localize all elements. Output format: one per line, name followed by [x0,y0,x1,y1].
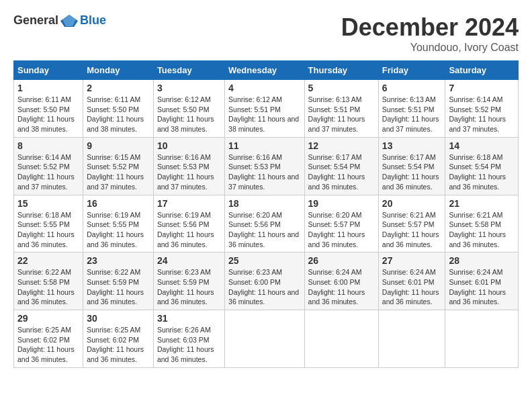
day-number: 10 [157,140,221,151]
day-info: Sunrise: 6:13 AMSunset: 5:51 PMDaylight:… [308,95,365,133]
day-info: Sunrise: 6:19 AMSunset: 5:55 PMDaylight:… [87,211,144,248]
calendar-cell: 31Sunrise: 6:26 AMSunset: 6:03 PMDayligh… [153,310,224,368]
calendar-cell: 14Sunrise: 6:18 AMSunset: 5:54 PMDayligh… [445,137,519,195]
day-number: 7 [449,83,515,93]
day-info: Sunrise: 6:17 AMSunset: 5:54 PMDaylight:… [382,153,439,191]
calendar-header-row: SundayMondayTuesdayWednesdayThursdayFrid… [14,61,519,80]
day-info: Sunrise: 6:18 AMSunset: 5:54 PMDaylight:… [449,153,506,191]
day-number: 29 [17,313,79,324]
day-info: Sunrise: 6:17 AMSunset: 5:54 PMDaylight:… [308,153,365,191]
day-info: Sunrise: 6:11 AMSunset: 5:50 PMDaylight:… [17,95,75,133]
day-number: 19 [308,198,375,209]
day-info: Sunrise: 6:12 AMSunset: 5:51 PMDaylight:… [228,95,299,133]
calendar-cell: 17Sunrise: 6:19 AMSunset: 5:56 PMDayligh… [153,195,224,253]
day-number: 24 [157,255,221,266]
day-info: Sunrise: 6:14 AMSunset: 5:52 PMDaylight:… [17,153,75,191]
calendar-week-3: 15Sunrise: 6:18 AMSunset: 5:55 PMDayligh… [14,195,519,253]
day-number: 15 [17,198,79,209]
calendar-cell: 29Sunrise: 6:25 AMSunset: 6:02 PMDayligh… [14,310,83,368]
day-info: Sunrise: 6:25 AMSunset: 6:02 PMDaylight:… [17,326,75,363]
day-info: Sunrise: 6:23 AMSunset: 6:00 PMDaylight:… [228,268,299,306]
day-header-friday: Friday [378,61,445,80]
calendar-cell: 4Sunrise: 6:12 AMSunset: 5:51 PMDaylight… [225,80,304,138]
day-info: Sunrise: 6:15 AMSunset: 5:52 PMDaylight:… [87,153,144,191]
calendar-cell: 18Sunrise: 6:20 AMSunset: 5:56 PMDayligh… [225,195,304,253]
calendar-cell: 8Sunrise: 6:14 AMSunset: 5:52 PMDaylight… [14,137,83,195]
calendar-cell: 10Sunrise: 6:16 AMSunset: 5:53 PMDayligh… [153,137,224,195]
day-number: 14 [449,140,515,151]
day-number: 20 [382,198,442,209]
day-number: 31 [157,313,221,324]
calendar-cell: 3Sunrise: 6:12 AMSunset: 5:50 PMDaylight… [153,80,224,138]
day-number: 9 [87,140,150,151]
logo-general-text: General [13,13,58,28]
calendar-cell [445,310,519,368]
day-number: 2 [87,83,150,93]
day-info: Sunrise: 6:12 AMSunset: 5:50 PMDaylight:… [157,95,214,133]
day-number: 12 [308,140,375,151]
calendar-cell: 23Sunrise: 6:22 AMSunset: 5:59 PMDayligh… [83,253,154,310]
calendar-cell [378,310,445,368]
day-info: Sunrise: 6:24 AMSunset: 6:01 PMDaylight:… [449,268,506,306]
day-info: Sunrise: 6:20 AMSunset: 5:57 PMDaylight:… [308,211,365,248]
day-number: 25 [228,255,300,266]
calendar-cell: 7Sunrise: 6:14 AMSunset: 5:52 PMDaylight… [445,80,519,138]
day-header-sunday: Sunday [14,61,83,80]
day-info: Sunrise: 6:23 AMSunset: 5:59 PMDaylight:… [157,268,214,306]
day-number: 4 [228,83,300,93]
title-block: December 2024 Youndouo, Ivory Coast [341,13,519,54]
calendar-cell: 20Sunrise: 6:21 AMSunset: 5:57 PMDayligh… [378,195,445,253]
day-number: 6 [382,83,442,93]
day-number: 16 [87,198,150,209]
day-number: 5 [308,83,375,93]
calendar-cell: 11Sunrise: 6:16 AMSunset: 5:53 PMDayligh… [225,137,304,195]
logo-icon [59,14,79,28]
day-number: 18 [228,198,300,209]
calendar-cell: 22Sunrise: 6:22 AMSunset: 5:58 PMDayligh… [14,253,83,310]
day-header-wednesday: Wednesday [225,61,304,80]
calendar-cell: 1Sunrise: 6:11 AMSunset: 5:50 PMDaylight… [14,80,83,138]
calendar-week-2: 8Sunrise: 6:14 AMSunset: 5:52 PMDaylight… [14,137,519,195]
day-info: Sunrise: 6:24 AMSunset: 6:00 PMDaylight:… [308,268,365,306]
calendar-cell: 21Sunrise: 6:21 AMSunset: 5:58 PMDayligh… [445,195,519,253]
day-info: Sunrise: 6:21 AMSunset: 5:58 PMDaylight:… [449,211,506,248]
day-info: Sunrise: 6:24 AMSunset: 6:01 PMDaylight:… [382,268,439,306]
day-header-saturday: Saturday [445,61,519,80]
day-info: Sunrise: 6:19 AMSunset: 5:56 PMDaylight:… [157,211,214,248]
day-info: Sunrise: 6:21 AMSunset: 5:57 PMDaylight:… [382,211,439,248]
calendar-cell: 19Sunrise: 6:20 AMSunset: 5:57 PMDayligh… [304,195,378,253]
day-number: 11 [228,140,300,151]
day-info: Sunrise: 6:13 AMSunset: 5:51 PMDaylight:… [382,95,439,133]
logo-blue-text: Blue [80,13,106,28]
page-title: December 2024 [341,13,519,42]
calendar-cell: 5Sunrise: 6:13 AMSunset: 5:51 PMDaylight… [304,80,378,138]
page-subtitle: Youndouo, Ivory Coast [341,42,519,54]
calendar-cell: 26Sunrise: 6:24 AMSunset: 6:00 PMDayligh… [304,253,378,310]
day-number: 8 [17,140,79,151]
day-header-thursday: Thursday [304,61,378,80]
day-number: 22 [17,255,79,266]
calendar-cell: 2Sunrise: 6:11 AMSunset: 5:50 PMDaylight… [83,80,154,138]
day-number: 30 [87,313,150,324]
day-number: 27 [382,255,442,266]
calendar-cell: 27Sunrise: 6:24 AMSunset: 6:01 PMDayligh… [378,253,445,310]
calendar-week-1: 1Sunrise: 6:11 AMSunset: 5:50 PMDaylight… [14,80,519,138]
day-number: 21 [449,198,515,209]
day-number: 17 [157,198,221,209]
calendar-cell [304,310,378,368]
calendar-cell: 24Sunrise: 6:23 AMSunset: 5:59 PMDayligh… [153,253,224,310]
calendar-week-4: 22Sunrise: 6:22 AMSunset: 5:58 PMDayligh… [14,253,519,310]
calendar-week-5: 29Sunrise: 6:25 AMSunset: 6:02 PMDayligh… [14,310,519,368]
day-number: 28 [449,255,515,266]
calendar-cell: 12Sunrise: 6:17 AMSunset: 5:54 PMDayligh… [304,137,378,195]
day-header-tuesday: Tuesday [153,61,224,80]
day-info: Sunrise: 6:20 AMSunset: 5:56 PMDaylight:… [228,211,299,248]
day-info: Sunrise: 6:26 AMSunset: 6:03 PMDaylight:… [157,326,214,363]
calendar-cell: 13Sunrise: 6:17 AMSunset: 5:54 PMDayligh… [378,137,445,195]
page-header: General Blue December 2024 Youndouo, Ivo… [13,13,519,54]
day-info: Sunrise: 6:22 AMSunset: 5:59 PMDaylight:… [87,268,144,306]
day-info: Sunrise: 6:11 AMSunset: 5:50 PMDaylight:… [87,95,144,133]
calendar-cell [225,310,304,368]
calendar-cell: 16Sunrise: 6:19 AMSunset: 5:55 PMDayligh… [83,195,154,253]
calendar-cell: 15Sunrise: 6:18 AMSunset: 5:55 PMDayligh… [14,195,83,253]
